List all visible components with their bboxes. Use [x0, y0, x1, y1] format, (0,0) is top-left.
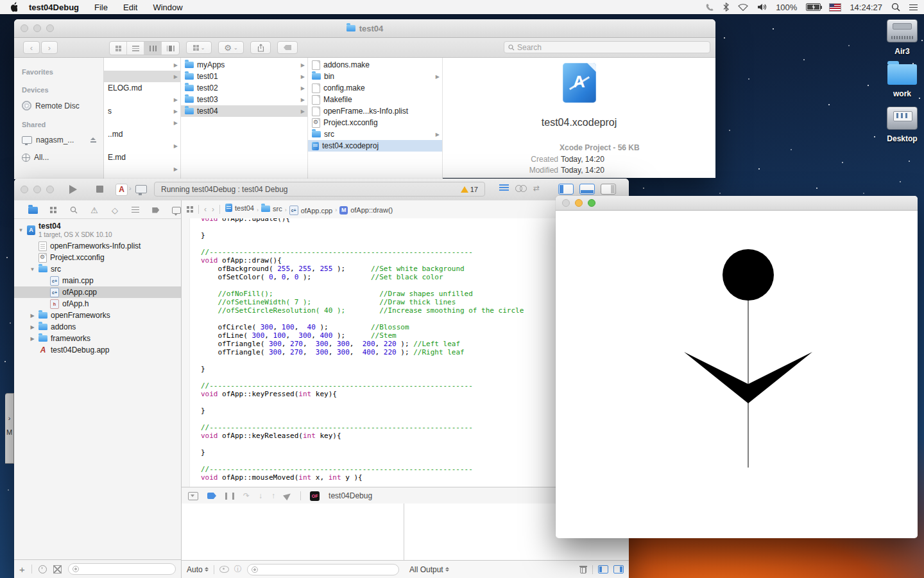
info-icon[interactable]: ⓘ — [234, 564, 242, 575]
active-app-menu[interactable]: test04Debug — [29, 3, 79, 12]
disclosure-triangle-icon[interactable]: ▶ — [30, 336, 35, 342]
list-item[interactable]: test04.xcodeproj — [308, 140, 442, 152]
toggle-navigator-button[interactable] — [558, 184, 574, 195]
scheme-destination-icon[interactable] — [135, 185, 147, 193]
breakpoints-toggle-button[interactable] — [207, 493, 216, 499]
navigator-row-openframeworks-info-plist[interactable]: openFrameworks-Info.plist — [14, 240, 181, 252]
zoom-button[interactable] — [588, 199, 595, 207]
navigator-row-src[interactable]: ▼src — [14, 263, 181, 275]
list-item[interactable]: ▶ — [104, 59, 180, 71]
close-button[interactable] — [21, 186, 28, 193]
phone-icon[interactable] — [705, 3, 714, 12]
version-editor-button[interactable]: ⇄ — [533, 184, 540, 193]
recent-files-icon[interactable] — [38, 565, 47, 574]
view-icons-button[interactable] — [110, 42, 127, 55]
standard-editor-button[interactable] — [499, 184, 509, 192]
step-over-button[interactable]: ↷ — [243, 491, 250, 500]
battery-percent[interactable]: 100% — [776, 3, 797, 12]
list-item[interactable]: test02▶ — [181, 82, 307, 94]
list-item[interactable]: E.md — [104, 152, 180, 163]
search-field[interactable]: Search — [504, 41, 710, 53]
list-item[interactable]: test01▶ — [181, 71, 307, 82]
navigator-row-frameworks[interactable]: ▶frameworks — [14, 333, 181, 344]
close-button[interactable] — [21, 24, 28, 32]
spotlight-icon[interactable] — [891, 3, 900, 12]
bluetooth-icon[interactable] — [723, 3, 729, 12]
share-button[interactable] — [250, 41, 271, 54]
list-item[interactable]: ▶ — [104, 140, 180, 152]
add-button[interactable]: + — [19, 564, 25, 575]
disclosure-triangle-icon[interactable]: ▼ — [30, 267, 35, 272]
list-item[interactable]: openFrame...ks-Info.plist — [308, 105, 442, 117]
battery-icon[interactable] — [806, 3, 821, 11]
close-button[interactable] — [562, 199, 570, 207]
variables-scope-popup[interactable]: Auto — [187, 565, 209, 574]
action-button[interactable]: ⚙⌄ — [218, 41, 244, 54]
minimize-button[interactable] — [33, 186, 41, 193]
apple-menu[interactable] — [9, 2, 17, 12]
desktop-icon-desktop[interactable]: Desktop — [879, 107, 924, 143]
breadcrumb-item[interactable]: src — [261, 205, 282, 213]
run-button[interactable] — [69, 185, 77, 194]
breadcrumb-item[interactable]: test04 — [225, 204, 254, 212]
desktop-icon-work[interactable]: work — [879, 62, 924, 98]
list-item[interactable]: ▶ — [104, 71, 180, 82]
forward-button[interactable]: › — [212, 205, 214, 214]
list-item[interactable]: ..md — [104, 128, 180, 140]
minimize-button[interactable] — [575, 199, 583, 207]
volume-icon[interactable] — [757, 3, 767, 11]
back-button[interactable]: ‹ — [23, 41, 40, 54]
view-columns-button[interactable] — [144, 42, 162, 55]
clock[interactable]: 14:24:27 — [850, 3, 882, 12]
list-item[interactable]: ▶ — [104, 163, 180, 175]
list-item[interactable]: test04▶ — [181, 105, 307, 117]
breadcrumb-item[interactable]: c+ofApp.cpp — [289, 206, 333, 215]
navigator-filter-field[interactable] — [68, 563, 176, 575]
clear-console-button[interactable] — [579, 565, 587, 574]
pause-button[interactable] — [225, 493, 234, 500]
forward-button[interactable]: › — [41, 41, 58, 54]
xcode-toolbar[interactable]: A › Running test04Debug : test04 Debug 1… — [14, 179, 629, 201]
app-titlebar[interactable] — [556, 196, 918, 211]
list-item[interactable]: myApps▶ — [181, 59, 307, 71]
minimize-button[interactable] — [33, 24, 41, 32]
navigator-row-project-xcconfig[interactable]: Project.xcconfig — [14, 252, 181, 263]
show-console-button[interactable] — [613, 565, 624, 574]
running-process-name[interactable]: test04Debug — [329, 491, 372, 500]
navigator-row-ofapp-h[interactable]: hofApp.h — [14, 298, 181, 310]
disclosure-triangle-icon[interactable]: ▼ — [18, 227, 24, 233]
zoom-button[interactable] — [46, 24, 54, 32]
navigator-row-ofapp-cpp[interactable]: c+ofApp.cpp — [14, 286, 181, 298]
stop-button[interactable] — [96, 186, 103, 193]
notification-center-icon[interactable] — [909, 4, 918, 10]
zoom-button[interactable] — [46, 186, 54, 193]
navigator-tab-reports[interactable] — [171, 206, 181, 215]
menu-item-file[interactable]: File — [94, 3, 108, 12]
scm-status-icon[interactable] — [53, 565, 62, 574]
sidebar-item[interactable]: nagasm_... — [22, 136, 99, 144]
input-source-flag-icon[interactable] — [830, 4, 841, 11]
background-window-sliver[interactable]: › M — [5, 393, 14, 464]
list-item[interactable]: Makefile — [308, 94, 442, 105]
navigator-tab-issues[interactable]: ⚠ — [90, 206, 99, 215]
step-out-button[interactable]: ↑ — [271, 491, 275, 500]
simulate-location-button[interactable] — [283, 491, 293, 501]
navigator-row-addons[interactable]: ▶addons — [14, 321, 181, 333]
list-item[interactable]: bin▶ — [308, 71, 442, 82]
related-items-icon[interactable] — [187, 206, 193, 213]
sidebar-item[interactable]: Remote Disc — [22, 101, 99, 110]
list-item[interactable]: addons.make — [308, 59, 442, 71]
breadcrumb-item[interactable]: MofApp::draw() — [339, 206, 393, 215]
view-list-button[interactable] — [127, 42, 144, 55]
navigator-row-test04[interactable]: ▼Atest041 target, OS X SDK 10.10 — [14, 220, 181, 240]
assistant-editor-button[interactable] — [515, 184, 527, 192]
list-item[interactable]: config.make — [308, 82, 442, 94]
navigator-tab-debug[interactable] — [130, 206, 140, 215]
navigator-row-test04debug-app[interactable]: Atest04Debug.app — [14, 344, 181, 356]
variables-view[interactable] — [182, 504, 404, 560]
navigator-tab-tests[interactable]: ◇ — [110, 206, 120, 215]
hide-debug-area-button[interactable] — [188, 492, 198, 500]
variables-filter-field[interactable] — [247, 564, 399, 575]
view-coverflow-button[interactable] — [162, 42, 179, 55]
list-item[interactable]: s▶ — [104, 105, 180, 117]
